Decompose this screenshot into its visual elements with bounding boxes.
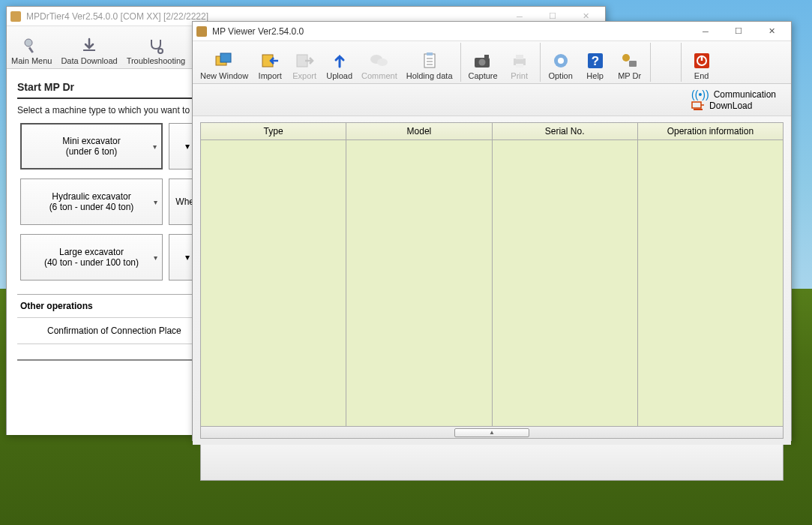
- holding-data-button[interactable]: Holding data: [402, 43, 457, 82]
- export-icon: [295, 50, 314, 71]
- export-button[interactable]: Export: [287, 43, 322, 82]
- details-pane: [200, 445, 784, 481]
- app-icon: [196, 26, 208, 38]
- main-menu-icon: [22, 35, 40, 56]
- svg-rect-32: [516, 55, 523, 59]
- maximize-button[interactable]: ☐: [722, 22, 755, 41]
- antenna-icon: ((•)): [691, 88, 709, 100]
- svg-rect-2: [28, 47, 34, 53]
- chevron-down-icon: ▾: [154, 254, 157, 262]
- svg-rect-16: [196, 26, 207, 37]
- svg-point-29: [479, 59, 486, 66]
- svg-rect-23: [424, 54, 435, 68]
- svg-point-1: [25, 39, 32, 46]
- chevron-down-icon: ▾: [154, 198, 157, 206]
- svg-point-35: [558, 58, 564, 64]
- capture-button[interactable]: Capture: [464, 43, 502, 82]
- stethoscope-icon: [147, 35, 165, 56]
- download-status: DownLoad: [691, 100, 776, 111]
- status-row: ((•)) Communication DownLoad: [193, 84, 791, 116]
- svg-point-38: [622, 54, 630, 62]
- table-header: Type Model Serial No. Operation informat…: [200, 122, 784, 140]
- help-button[interactable]: ?Help: [578, 43, 613, 82]
- option-icon: [552, 50, 570, 71]
- print-button[interactable]: Print: [502, 43, 537, 82]
- svg-rect-0: [10, 11, 21, 22]
- svg-text:?: ?: [591, 54, 598, 68]
- download-status-icon: [691, 100, 705, 111]
- new-window-button[interactable]: New Window: [196, 43, 253, 82]
- comment-button[interactable]: Comment: [357, 43, 402, 82]
- svg-rect-42: [692, 102, 701, 108]
- toolbar: New Window Import Export Upload Comment …: [193, 41, 791, 84]
- machine-type-mini[interactable]: Mini excavator (under 6 ton) ▾: [20, 123, 163, 170]
- svg-rect-43: [694, 109, 703, 110]
- minimize-button[interactable]: ─: [689, 22, 722, 41]
- communication-status: ((•)) Communication: [691, 88, 776, 100]
- data-table: Type Model Serial No. Operation informat…: [193, 116, 791, 445]
- help-icon: ?: [586, 50, 604, 71]
- chevron-down-icon: ▾: [185, 252, 190, 262]
- machine-type-large[interactable]: Large excavator (40 ton - under 100 ton)…: [20, 234, 163, 280]
- svg-point-22: [377, 58, 388, 66]
- download-icon: [80, 35, 98, 56]
- table-body[interactable]: [200, 140, 784, 427]
- option-button[interactable]: Option: [544, 43, 578, 82]
- mpviewer-window: MP Viewer Ver2.54.0.0 ─ ☐ ✕ New Window I…: [192, 21, 792, 441]
- end-button[interactable]: End: [685, 43, 719, 82]
- upload-button[interactable]: Upload: [322, 43, 357, 82]
- svg-rect-30: [484, 55, 489, 58]
- main-menu-button[interactable]: Main Menu: [7, 28, 56, 67]
- print-icon: [511, 50, 529, 71]
- svg-rect-24: [427, 52, 433, 56]
- app-icon: [10, 10, 22, 22]
- window-title: MP Viewer Ver2.54.0.0: [212, 26, 689, 37]
- upload-icon: [331, 50, 349, 71]
- svg-rect-39: [629, 61, 637, 67]
- import-button[interactable]: Import: [253, 43, 287, 82]
- th-serial[interactable]: Serial No.: [493, 123, 638, 140]
- mpdr-button[interactable]: MP Dr: [613, 43, 647, 82]
- titlebar[interactable]: MP Viewer Ver2.54.0.0 ─ ☐ ✕: [193, 22, 791, 41]
- camera-icon: [473, 50, 493, 71]
- window-title: MPDrTier4 Ver2.54.0.0 [COM XX] [2/22/222…: [26, 11, 503, 22]
- svg-point-3: [158, 49, 163, 53]
- th-type[interactable]: Type: [201, 123, 346, 140]
- th-operation[interactable]: Operation information: [638, 123, 783, 140]
- data-download-button[interactable]: Data Download: [56, 28, 121, 67]
- th-model[interactable]: Model: [346, 123, 492, 140]
- chevron-down-icon: ▾: [185, 141, 190, 152]
- expander-handle[interactable]: ▲: [454, 428, 529, 437]
- power-icon: [693, 50, 711, 71]
- troubleshooting-button[interactable]: Troubleshooting: [122, 28, 190, 67]
- holding-icon: [421, 50, 439, 71]
- chevron-down-icon: ▾: [153, 142, 157, 151]
- comment-icon: [370, 50, 389, 71]
- new-window-icon: [214, 50, 234, 71]
- machine-type-hydraulic[interactable]: Hydraulic excavator (6 ton - under 40 to…: [20, 178, 163, 225]
- import-icon: [260, 50, 280, 71]
- svg-rect-33: [516, 64, 523, 68]
- mpdr-icon: [620, 50, 640, 71]
- close-button[interactable]: ✕: [755, 22, 788, 41]
- svg-rect-18: [220, 53, 231, 62]
- expander-bar[interactable]: ▲: [200, 427, 784, 439]
